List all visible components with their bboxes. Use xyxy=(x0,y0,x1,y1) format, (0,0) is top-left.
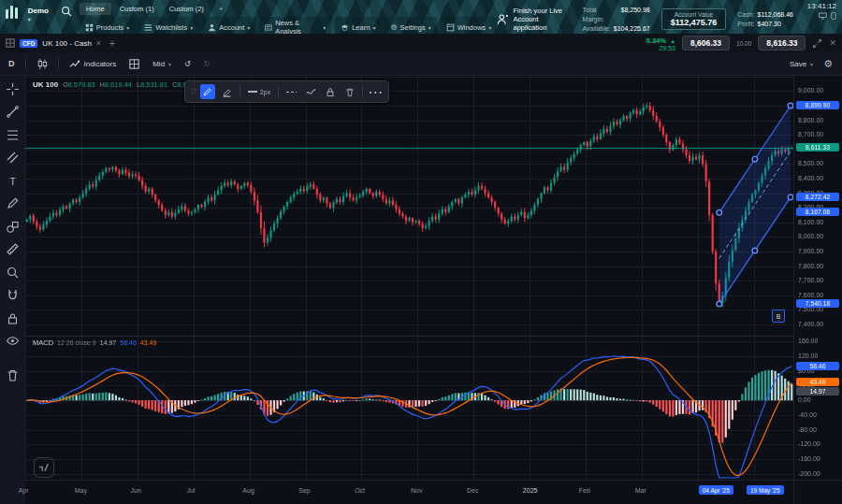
redo-button[interactable]: ↻ xyxy=(201,58,213,70)
indicators-button[interactable]: Indicators xyxy=(66,57,120,71)
highlighter-tool-button[interactable] xyxy=(220,84,235,99)
tab-home[interactable]: Home xyxy=(80,3,111,15)
macd-axis-label: 160.00 xyxy=(798,338,818,344)
add-tab-button[interactable]: + xyxy=(212,3,229,15)
layout-button[interactable] xyxy=(126,57,142,71)
lock-drawings-tool[interactable] xyxy=(5,310,22,326)
workspace-grid-icon[interactable] xyxy=(6,38,15,48)
crosshair-tool[interactable] xyxy=(5,80,22,97)
drawing-tool-rail: T xyxy=(0,76,26,504)
account-value-box[interactable]: Account Value $112,475.76 xyxy=(661,8,727,30)
low-value: 8,531.81 xyxy=(140,80,167,89)
time-axis-month-label: Feb xyxy=(579,487,590,494)
chart-type-button[interactable] xyxy=(34,56,51,72)
hide-drawings-tool[interactable] xyxy=(5,333,22,350)
app-logo-icon[interactable] xyxy=(6,5,21,19)
toolbar-drag-handle[interactable]: ⠿ xyxy=(191,88,196,96)
close-instrument-tab-icon[interactable]: × xyxy=(96,38,101,48)
server-time: 13:41:12 xyxy=(807,2,836,10)
instrument-tab-title[interactable]: UK 100 - Cash xyxy=(42,39,91,48)
sell-price-button[interactable]: 8,606.33 xyxy=(682,36,730,50)
time-axis-month-label: Jul xyxy=(186,487,195,494)
fibonacci-tool[interactable] xyxy=(5,126,22,143)
macd-line-value: 58.46 xyxy=(120,339,137,346)
price-axis-label: 7,800.00 xyxy=(798,263,823,269)
price-axis-label: 8,100.00 xyxy=(798,219,823,225)
price-axis-label: 9,000.00 xyxy=(798,87,823,94)
price-mode-dropdown[interactable]: Mid▾ xyxy=(150,58,174,70)
top-header: Demo ▾ Home Custom (1) Custom (2) + Prod… xyxy=(0,0,842,34)
brush-tool[interactable] xyxy=(5,195,22,212)
settings-gear-icon: ⚙ xyxy=(390,23,397,32)
mobile-icon[interactable] xyxy=(831,12,836,20)
tab-custom-2[interactable]: Custom (2) xyxy=(163,3,210,15)
tradingview-logo[interactable] xyxy=(34,457,54,478)
text-tool[interactable]: T xyxy=(5,172,22,189)
tab-custom-1[interactable]: Custom (1) xyxy=(113,3,161,15)
svg-text:T: T xyxy=(9,175,16,186)
spread-value: 10.00 xyxy=(736,40,751,47)
time-axis-month-label: 2025 xyxy=(523,487,538,494)
trend-line-tool[interactable] xyxy=(5,104,22,121)
add-instrument-button[interactable]: + xyxy=(109,38,115,49)
magnet-tool[interactable] xyxy=(5,287,22,304)
time-axis[interactable]: AprMayJunJulAugSepOctNovDec2025FebMarMay… xyxy=(25,480,793,504)
price-axis-label: 8,400.00 xyxy=(798,175,823,181)
products-icon xyxy=(85,23,94,32)
buy-price-button[interactable]: 8,616.33 xyxy=(758,36,806,50)
save-button[interactable]: Save▾ xyxy=(787,58,816,70)
floating-draw-toolbar: ⠿ 2px ⋯ xyxy=(184,80,389,103)
expand-icon[interactable] xyxy=(812,38,822,49)
price-axis[interactable]: 9,000.008,900.008,800.008,700.008,600.00… xyxy=(793,76,842,480)
channel-tool[interactable] xyxy=(5,150,22,166)
more-options-button[interactable]: ⋯ xyxy=(368,84,383,99)
shapes-tool[interactable] xyxy=(5,218,22,235)
line-width-dropdown[interactable]: 2px xyxy=(245,84,273,99)
delete-drawing-button[interactable] xyxy=(342,84,357,99)
monitor-icon[interactable] xyxy=(819,12,827,20)
timeframe-button[interactable]: D xyxy=(6,57,18,70)
finish-live-account-button[interactable]: Finish your Live Account application xyxy=(497,7,571,32)
time-axis-month-label: Sep xyxy=(298,487,310,494)
margin-summary: Total Margin:$8,250.98 Available:$104,22… xyxy=(583,6,650,34)
candlestick-icon xyxy=(36,58,48,70)
change-points: 29.53 xyxy=(646,45,675,52)
close-panel-icon[interactable]: ✕ xyxy=(829,38,836,48)
macd-axis-label: -40.00 xyxy=(798,411,817,418)
instrument-tab-bar: CFD UK 100 - Cash × + 0.34% ▲ 29.53 8,60… xyxy=(0,34,842,53)
account-summary: Finish your Live Account application Tot… xyxy=(497,0,842,34)
price-change: 0.34% ▲ 29.53 xyxy=(646,35,675,52)
account-mode-switcher[interactable]: Demo ▾ xyxy=(28,7,53,23)
change-up-arrow-icon: ▲ xyxy=(671,38,675,44)
channel-drawing-label[interactable]: B xyxy=(772,310,785,323)
available-value: $104,225.67 xyxy=(614,24,650,34)
time-axis-month-label: Aug xyxy=(242,487,254,494)
measure-tool[interactable] xyxy=(5,241,22,258)
price-axis-label: 7,900.00 xyxy=(798,248,823,254)
price-axis-label: 8,500.00 xyxy=(798,160,823,166)
macd-signal-value: 43.49 xyxy=(140,339,157,346)
chart-settings-gear-icon[interactable]: ⚙ xyxy=(823,59,833,69)
zoom-tool[interactable] xyxy=(5,264,22,281)
chart-canvas[interactable] xyxy=(25,76,793,480)
price-axis-label: 8,800.00 xyxy=(798,117,823,123)
cash-summary: Cash:$112,068.46 Profit:$407.30 xyxy=(737,10,793,29)
delete-drawings-tool[interactable] xyxy=(5,367,22,384)
pencil-tool-button[interactable] xyxy=(200,84,215,99)
macd-axis-badge: 58.46 xyxy=(796,362,839,370)
chart-region: UK 100 O8,579.83 H8,619.44 L8,531.81 C8,… xyxy=(25,76,842,504)
chart-toolbar: D Indicators Mid▾ ↺ ↻ Save▾ ⚙ xyxy=(0,52,842,76)
price-axis-label: 8,000.00 xyxy=(798,233,823,239)
price-axis-label: 7,600.00 xyxy=(798,292,823,298)
smooth-button[interactable] xyxy=(303,84,318,99)
axis-corner xyxy=(793,480,842,504)
time-axis-month-label: Nov xyxy=(411,487,422,494)
time-axis-date-badge: 19 May '25 xyxy=(747,485,784,495)
macd-params: 12 26 close 9 xyxy=(57,339,96,346)
search-icon[interactable] xyxy=(61,6,72,17)
undo-button[interactable]: ↺ xyxy=(181,58,194,70)
person-add-icon xyxy=(497,13,508,25)
line-style-button[interactable] xyxy=(283,84,298,99)
lock-drawing-button[interactable] xyxy=(323,84,338,99)
high-value: 8,619.44 xyxy=(105,80,132,89)
